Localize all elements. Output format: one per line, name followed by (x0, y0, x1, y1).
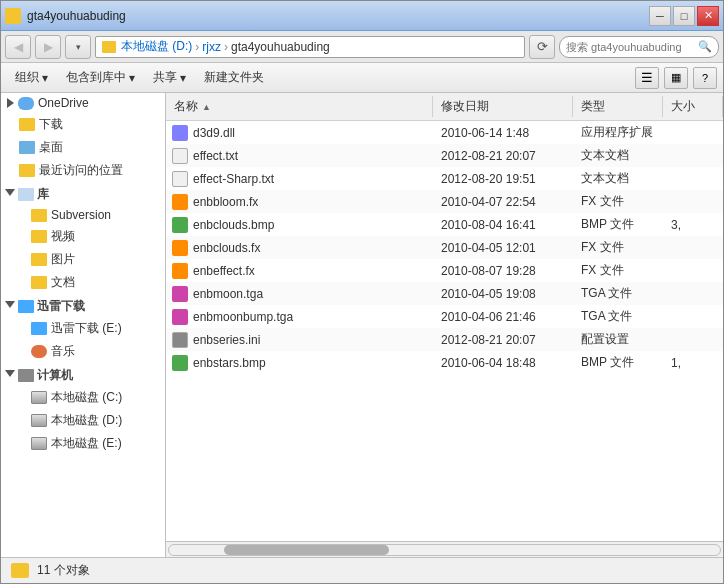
file-name: enbmoonbump.tga (193, 310, 293, 324)
sidebar-section-computer[interactable]: 计算机 (1, 363, 165, 386)
search-icon: 🔍 (698, 40, 712, 53)
table-row[interactable]: enbmoon.tga 2010-04-05 19:08 TGA 文件 (166, 282, 723, 305)
sidebar-label-video: 视频 (51, 228, 75, 245)
sidebar-item-desktop[interactable]: 桌面 (1, 136, 165, 159)
view-toggle-button[interactable]: ▦ (664, 67, 688, 89)
sidebar-label-subversion: Subversion (51, 208, 111, 222)
sidebar-item-recent[interactable]: 最近访问的位置 (1, 159, 165, 182)
file-name: enbclouds.bmp (193, 218, 274, 232)
file-name-cell: enbmoon.tga (166, 283, 433, 304)
table-row[interactable]: effect.txt 2012-08-21 20:07 文本文档 (166, 144, 723, 167)
thunder-drive-icon (31, 322, 47, 335)
thunder-expand-icon (5, 301, 15, 313)
file-size (663, 260, 723, 281)
file-size (663, 306, 723, 327)
file-date: 2012-08-21 20:07 (433, 329, 573, 350)
sidebar-item-thunder-e[interactable]: 迅雷下载 (E:) (1, 317, 165, 340)
recent-folder-icon (19, 164, 35, 177)
sidebar-item-drive-c[interactable]: 本地磁盘 (C:) (1, 386, 165, 409)
maximize-button[interactable]: □ (673, 6, 695, 26)
documents-folder-icon (31, 276, 47, 289)
breadcrumb-drive[interactable]: 本地磁盘 (D:) (121, 38, 192, 55)
forward-button[interactable]: ▶ (35, 35, 61, 59)
file-date: 2010-04-06 21:46 (433, 306, 573, 327)
organize-chevron: ▾ (42, 71, 48, 85)
sidebar-label-computer: 计算机 (37, 367, 73, 384)
desktop-icon (19, 141, 35, 154)
file-name: effect.txt (193, 149, 238, 163)
breadcrumb[interactable]: 本地磁盘 (D:) › rjxz › gta4youhuabuding (95, 36, 525, 58)
toolbar-new-folder[interactable]: 新建文件夹 (196, 66, 272, 90)
sidebar-item-documents[interactable]: 文档 (1, 271, 165, 294)
file-name-cell: enbbloom.fx (166, 191, 433, 212)
col-date[interactable]: 修改日期 (433, 96, 573, 117)
toolbar-organize-label: 组织 (15, 69, 39, 86)
file-name-cell: enbclouds.fx (166, 237, 433, 258)
table-row[interactable]: enbseries.ini 2012-08-21 20:07 配置设置 (166, 328, 723, 351)
file-type: BMP 文件 (573, 214, 663, 235)
file-name: enbstars.bmp (193, 356, 266, 370)
file-name: enbclouds.fx (193, 241, 260, 255)
sidebar-item-drive-e[interactable]: 本地磁盘 (E:) (1, 432, 165, 455)
toolbar-share[interactable]: 共享 ▾ (145, 66, 194, 90)
file-date: 2010-04-05 12:01 (433, 237, 573, 258)
file-size (663, 191, 723, 212)
help-button[interactable]: ? (693, 67, 717, 89)
file-size (663, 145, 723, 166)
close-button[interactable]: ✕ (697, 6, 719, 26)
sidebar-item-subversion[interactable]: Subversion (1, 205, 165, 225)
sidebar-item-onedrive[interactable]: OneDrive (1, 93, 165, 113)
table-row[interactable]: enbmoonbump.tga 2010-04-06 21:46 TGA 文件 (166, 305, 723, 328)
file-icon-bmp (172, 355, 188, 371)
sidebar-label-recent: 最近访问的位置 (39, 162, 123, 179)
sidebar-item-video[interactable]: 视频 (1, 225, 165, 248)
table-row[interactable]: enbbloom.fx 2010-04-07 22:54 FX 文件 (166, 190, 723, 213)
hscroll-thumb[interactable] (224, 545, 389, 555)
table-row[interactable]: enbeffect.fx 2010-08-07 19:28 FX 文件 (166, 259, 723, 282)
file-size (663, 329, 723, 350)
file-icon-fx (172, 194, 188, 210)
sidebar-item-music[interactable]: 音乐 (1, 340, 165, 363)
col-type[interactable]: 类型 (573, 96, 663, 117)
file-type: TGA 文件 (573, 283, 663, 304)
back-button[interactable]: ◀ (5, 35, 31, 59)
table-row[interactable]: enbclouds.fx 2010-04-05 12:01 FX 文件 (166, 236, 723, 259)
sidebar-label-library: 库 (37, 186, 49, 203)
file-name-cell: enbeffect.fx (166, 260, 433, 281)
hscroll-area[interactable] (166, 541, 723, 557)
file-date: 2010-08-04 16:41 (433, 214, 573, 235)
sidebar-label-desktop: 桌面 (39, 139, 63, 156)
toolbar-include-library[interactable]: 包含到库中 ▾ (58, 66, 143, 90)
sidebar-section-thunder[interactable]: 迅雷下载 (1, 294, 165, 317)
minimize-button[interactable]: ─ (649, 6, 671, 26)
sidebar-section-library[interactable]: 库 (1, 182, 165, 205)
col-size[interactable]: 大小 (663, 96, 723, 117)
file-type: BMP 文件 (573, 352, 663, 373)
toolbar-organize[interactable]: 组织 ▾ (7, 66, 56, 90)
search-input[interactable] (566, 41, 698, 53)
file-list-header: 名称 ▲ 修改日期 类型 大小 (166, 93, 723, 121)
file-name: enbbloom.fx (193, 195, 258, 209)
dropdown-button[interactable]: ▾ (65, 35, 91, 59)
table-row[interactable]: effect-Sharp.txt 2012-08-20 19:51 文本文档 (166, 167, 723, 190)
hscroll-track[interactable] (168, 544, 721, 556)
table-row[interactable]: enbstars.bmp 2010-06-04 18:48 BMP 文件 1, (166, 351, 723, 374)
file-type: 文本文档 (573, 168, 663, 189)
table-row[interactable]: enbclouds.bmp 2010-08-04 16:41 BMP 文件 3, (166, 213, 723, 236)
refresh-button[interactable]: ⟳ (529, 35, 555, 59)
sidebar-item-download[interactable]: 下载 (1, 113, 165, 136)
file-icon-txt (172, 171, 188, 187)
sidebar-item-pictures[interactable]: 图片 (1, 248, 165, 271)
file-size: 1, (663, 352, 723, 373)
col-size-label: 大小 (671, 98, 695, 115)
sidebar-label-onedrive: OneDrive (38, 96, 89, 110)
col-type-label: 类型 (581, 98, 605, 115)
sidebar-label-drive-c: 本地磁盘 (C:) (51, 389, 122, 406)
breadcrumb-folder1[interactable]: rjxz (202, 40, 221, 54)
col-name[interactable]: 名称 ▲ (166, 96, 433, 117)
table-row[interactable]: d3d9.dll 2010-06-14 1:48 应用程序扩展 (166, 121, 723, 144)
include-chevron: ▾ (129, 71, 135, 85)
chevron1: › (195, 40, 199, 54)
sidebar-item-drive-d[interactable]: 本地磁盘 (D:) (1, 409, 165, 432)
view-options-button[interactable]: ☰ (635, 67, 659, 89)
